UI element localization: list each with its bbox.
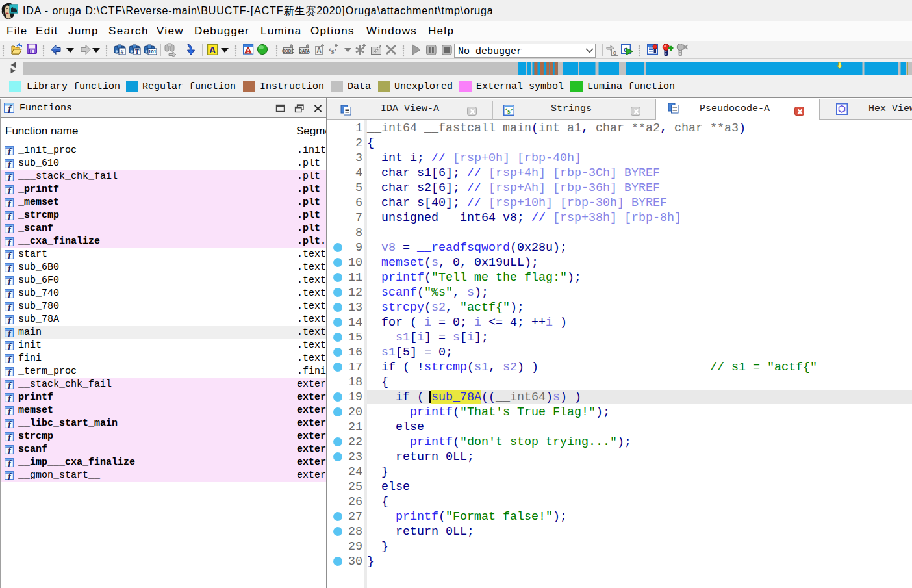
svg-text:‘s’: ‘s’: [329, 47, 337, 56]
svg-text:A: A: [209, 45, 216, 55]
svg-text:T: T: [135, 48, 140, 55]
svg-text:c: c: [613, 50, 616, 57]
svg-text:‘s’: ‘s’: [505, 107, 513, 115]
svg-text:#: #: [120, 49, 123, 55]
svg-text:101: 101: [148, 49, 157, 55]
svg-text:CODE: CODE: [282, 49, 294, 53]
svg-text:DATA: DATA: [299, 49, 310, 53]
svg-text:No debugger: No debugger: [458, 46, 522, 57]
svg-text:A: A: [316, 47, 321, 54]
